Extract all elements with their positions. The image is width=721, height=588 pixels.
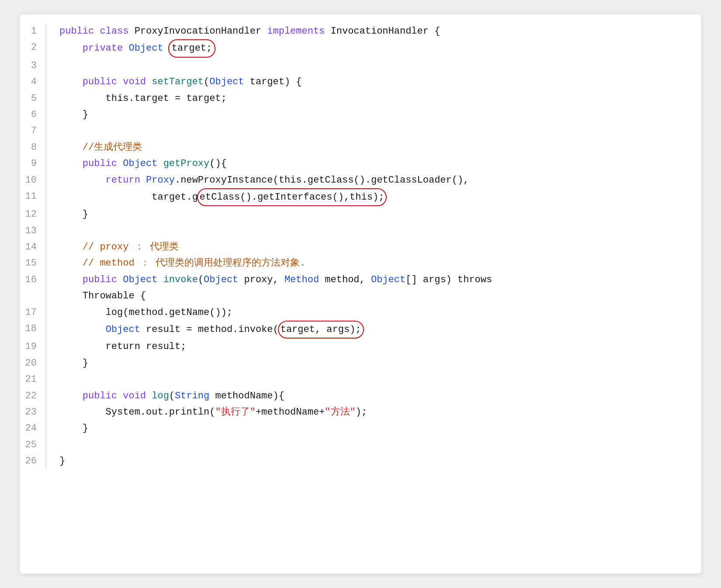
line-number: 3 <box>20 58 46 74</box>
table-row: 2 private Object target; <box>20 39 701 57</box>
line-code <box>46 123 701 139</box>
table-row: 19 return result; <box>20 339 701 355</box>
table-row: 17 log(method.getName()); <box>20 304 701 321</box>
line-code: return Proxy.newProxyInstance(this.getCl… <box>46 172 701 188</box>
line-code: log(method.getName()); <box>46 304 701 321</box>
table-row: 18 Object result = method.invoke(target,… <box>20 321 701 339</box>
line-code: } <box>46 206 701 222</box>
table-row: 10 return Proxy.newProxyInstance(this.ge… <box>20 172 701 188</box>
circle-annotation-target2: etClass().getInterfaces(),this); <box>197 188 387 206</box>
table-row: 3 <box>20 58 701 74</box>
line-code <box>46 58 701 74</box>
line-number: 23 <box>20 404 46 420</box>
table-row: 23 System.out.println("执行了"+methodName+"… <box>20 404 701 420</box>
line-code: } <box>46 420 701 436</box>
line-number: 1 <box>20 23 46 39</box>
circle-annotation-target3: target, args); <box>278 321 364 339</box>
table-row: 5 this.target = target; <box>20 90 701 107</box>
line-code: public Object getProxy(){ <box>46 156 701 172</box>
table-row: 12 } <box>20 206 701 222</box>
line-number: 9 <box>20 156 46 172</box>
line-code <box>46 223 701 239</box>
table-row: 15 // method ： 代理类的调用处理程序的方法对象. <box>20 255 701 271</box>
line-code <box>46 437 701 453</box>
line-number: 4 <box>20 74 46 90</box>
line-number: 16 <box>20 272 46 288</box>
line-number <box>20 288 46 304</box>
line-code: } <box>46 107 701 123</box>
line-code: //生成代理类 <box>46 139 701 156</box>
line-code: this.target = target; <box>46 90 701 107</box>
line-number: 15 <box>20 255 46 271</box>
line-code: } <box>46 453 701 469</box>
line-number: 2 <box>20 39 46 57</box>
line-number: 11 <box>20 188 46 206</box>
table-row: 7 <box>20 123 701 139</box>
line-code: public void setTarget(Object target) { <box>46 74 701 90</box>
line-code: return result; <box>46 339 701 355</box>
table-row: 8 //生成代理类 <box>20 139 701 156</box>
line-code: target.getClass().getInterfaces(),this); <box>46 188 701 206</box>
table-row: 20 } <box>20 355 701 371</box>
line-number: 18 <box>20 321 46 339</box>
table-row: 6 } <box>20 107 701 123</box>
line-number: 8 <box>20 139 46 156</box>
line-code <box>46 371 701 387</box>
line-number: 12 <box>20 206 46 222</box>
table-row: 21 <box>20 371 701 387</box>
line-number: 24 <box>20 420 46 436</box>
table-row: 24 } <box>20 420 701 436</box>
code-table: 1public class ProxyInvocationHandler imp… <box>20 23 701 470</box>
line-code: Object result = method.invoke(target, ar… <box>46 321 701 339</box>
code-viewer: 1public class ProxyInvocationHandler imp… <box>20 14 701 574</box>
line-code: System.out.println("执行了"+methodName+"方法"… <box>46 404 701 420</box>
line-code: Throwable { <box>46 288 701 304</box>
table-row: 25 <box>20 437 701 453</box>
line-number: 10 <box>20 172 46 188</box>
line-number: 6 <box>20 107 46 123</box>
table-row: 26} <box>20 453 701 469</box>
line-number: 26 <box>20 453 46 469</box>
table-row: 11 target.getClass().getInterfaces(),thi… <box>20 188 701 206</box>
line-code: // proxy ： 代理类 <box>46 239 701 255</box>
line-code: public void log(String methodName){ <box>46 388 701 404</box>
line-number: 25 <box>20 437 46 453</box>
line-number: 20 <box>20 355 46 371</box>
line-number: 21 <box>20 371 46 387</box>
line-number: 22 <box>20 388 46 404</box>
line-code: public Object invoke(Object proxy, Metho… <box>46 272 701 288</box>
table-row: 9 public Object getProxy(){ <box>20 156 701 172</box>
table-row: 4 public void setTarget(Object target) { <box>20 74 701 90</box>
table-row: 14 // proxy ： 代理类 <box>20 239 701 255</box>
line-code: } <box>46 355 701 371</box>
line-number: 19 <box>20 339 46 355</box>
line-number: 5 <box>20 90 46 107</box>
line-number: 7 <box>20 123 46 139</box>
table-row: 13 <box>20 223 701 239</box>
line-number: 13 <box>20 223 46 239</box>
line-number: 17 <box>20 304 46 321</box>
line-code: // method ： 代理类的调用处理程序的方法对象. <box>46 255 701 271</box>
line-number: 14 <box>20 239 46 255</box>
table-row: Throwable { <box>20 288 701 304</box>
table-row: 1public class ProxyInvocationHandler imp… <box>20 23 701 39</box>
table-row: 16 public Object invoke(Object proxy, Me… <box>20 272 701 288</box>
line-code: private Object target; <box>46 39 701 57</box>
table-row: 22 public void log(String methodName){ <box>20 388 701 404</box>
circle-annotation-target: target; <box>168 39 215 57</box>
line-code: public class ProxyInvocationHandler impl… <box>46 23 701 39</box>
